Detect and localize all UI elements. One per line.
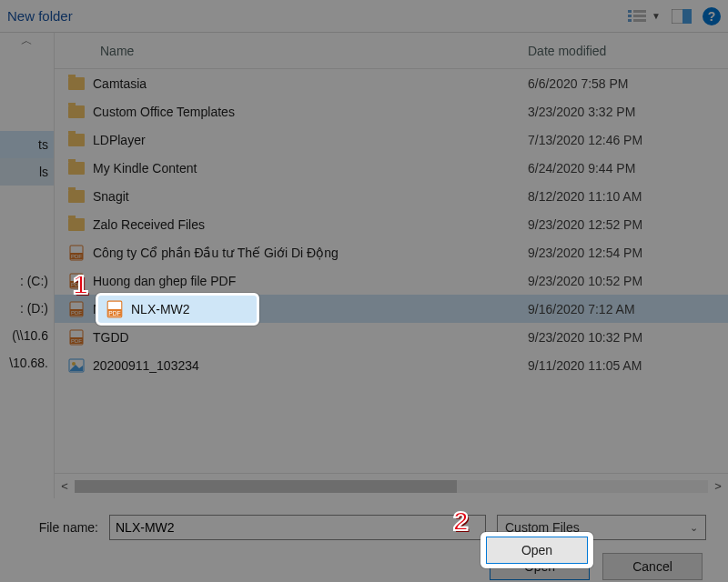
nav-scroll-up[interactable]: ︿ [0,33,54,49]
svg-text:PDF: PDF [71,338,82,344]
open-button-highlight[interactable]: Open [486,537,588,564]
svg-rect-1 [628,15,632,17]
svg-rect-0 [628,10,632,13]
preview-pane-icon [672,9,692,24]
highlight-file-name: NLX-MW2 [131,302,190,316]
file-date: 9/16/2020 7:12 AM [528,302,728,316]
scroll-left-arrow[interactable]: < [55,479,75,493]
scrollbar-thumb[interactable] [75,480,457,493]
file-list[interactable]: Camtasia6/6/2020 7:58 PMCustom Office Te… [55,69,728,473]
svg-rect-3 [633,10,646,13]
new-folder-button[interactable]: New folder [0,8,76,24]
column-headers[interactable]: Name Date modified [55,33,728,69]
file-pane: Name Date modified Camtasia6/6/2020 7:58… [55,33,728,498]
svg-text:PDF: PDF [71,254,82,259]
horizontal-scrollbar[interactable]: < > [55,473,728,498]
folder-icon [67,216,86,234]
svg-text:PDF: PDF [71,310,82,316]
preview-pane-button[interactable] [672,9,692,24]
nav-item[interactable]: : (C:) [0,267,54,295]
file-name: Camtasia [93,76,147,91]
col-name-header[interactable]: Name [100,44,528,58]
nav-pane: ︿ tsls: (C:): (D:)(\\10.6\10.68. [0,33,55,498]
nav-item[interactable]: (\\10.6 [0,322,54,349]
chevron-up-icon: ︿ [21,33,33,49]
file-name: 20200911_103234 [93,358,199,373]
image-file-icon [67,356,86,375]
scrollbar-track[interactable] [75,480,708,493]
folder-icon [67,159,86,177]
callout-1: 1 [73,269,88,300]
main-area: ︿ tsls: (C:): (D:)(\\10.6\10.68. Name Da… [0,33,728,498]
svg-rect-4 [633,15,646,17]
file-row[interactable]: 20200911_1032349/11/2020 11:05 AM [55,351,728,379]
folder-icon [67,75,86,93]
bottom-bar: File name: Custom Files ⌄ Open Cancel [0,498,728,582]
view-details-button[interactable]: ▼ [628,9,661,24]
nav-item[interactable] [0,213,54,240]
file-row[interactable]: Custom Office Templates3/23/2020 3:32 PM [55,97,728,125]
file-row[interactable]: Camtasia6/6/2020 7:58 PM [55,69,728,97]
file-date: 9/23/2020 12:52 PM [528,217,728,232]
list-view-icon [628,9,648,24]
chevron-down-icon: ⌄ [690,522,698,534]
pdf-file-icon: PDF [67,328,86,346]
file-date: 9/23/2020 10:32 PM [528,330,728,345]
file-date: 9/23/2020 10:52 PM [528,274,728,288]
scroll-right-arrow[interactable]: > [708,479,728,493]
svg-rect-2 [628,19,632,22]
nav-item[interactable]: \10.68. [0,349,54,376]
nav-item[interactable]: : (D:) [0,295,54,322]
file-row[interactable]: Zalo Received Files9/23/2020 12:52 PM [55,210,728,238]
file-row[interactable]: PDFCông ty Cổ phần Đầu tư Thế Giới Di Độ… [55,238,728,266]
file-name: My Kindle Content [93,161,197,176]
svg-rect-5 [633,19,646,22]
toolbar: New folder ▼ ? [0,0,728,33]
help-button[interactable]: ? [703,7,721,25]
dropdown-caret-icon: ▼ [652,11,661,21]
nav-item[interactable]: ts [0,131,54,158]
file-name: LDPlayer [93,133,146,147]
file-row[interactable]: Snagit8/12/2020 11:10 AM [55,182,728,210]
highlight-open-button: Open [480,532,593,568]
col-date-header[interactable]: Date modified [528,44,728,58]
file-name-label: File name: [27,520,98,535]
file-open-dialog: New folder ▼ ? ︿ tsls: (C:): (D:)(\\10.6… [0,0,728,582]
svg-text:PDF: PDF [108,310,120,316]
folder-icon [67,103,86,121]
file-name: Custom Office Templates [93,105,235,119]
nav-item[interactable]: ls [0,158,54,186]
pdf-file-icon: PDF [67,300,86,318]
file-date: 6/6/2020 7:58 PM [528,76,728,91]
svg-point-21 [72,362,76,366]
highlight-selected-file: PDF NLX-MW2 [96,293,259,326]
file-date: 7/13/2020 12:46 PM [528,133,728,147]
file-row[interactable]: LDPlayer7/13/2020 12:46 PM [55,125,728,154]
pdf-file-icon: PDF [106,300,124,318]
file-date: 6/24/2020 9:44 PM [528,161,728,176]
nav-item[interactable] [0,104,54,131]
file-date: 3/23/2020 3:32 PM [528,105,728,119]
file-date: 9/11/2020 11:05 AM [528,358,728,373]
callout-2: 2 [453,506,469,537]
file-row[interactable]: My Kindle Content6/24/2020 9:44 PM [55,154,728,182]
file-row[interactable]: PDFHuong dan ghep file PDF9/23/2020 10:5… [55,266,728,295]
file-name: Zalo Received Files [93,217,205,232]
file-date: 8/12/2020 11:10 AM [528,189,728,204]
file-name: Công ty Cổ phần Đầu tư Thế Giới Di Động [93,246,339,260]
pdf-file-icon: PDF [67,244,86,262]
folder-icon [67,131,86,149]
nav-item[interactable] [0,186,54,213]
nav-item[interactable] [0,240,54,267]
file-name: Snagit [93,189,129,204]
nav-item[interactable] [0,76,54,104]
file-name-input[interactable] [109,515,486,540]
file-date: 9/23/2020 12:54 PM [528,246,728,260]
cancel-button[interactable]: Cancel [602,553,703,580]
help-icon: ? [708,9,716,24]
svg-rect-7 [682,9,692,24]
file-name: Huong dan ghep file PDF [93,274,236,288]
file-row[interactable]: PDFTGDD9/23/2020 10:32 PM [55,323,728,351]
folder-icon [67,187,86,206]
file-name: TGDD [93,330,129,345]
